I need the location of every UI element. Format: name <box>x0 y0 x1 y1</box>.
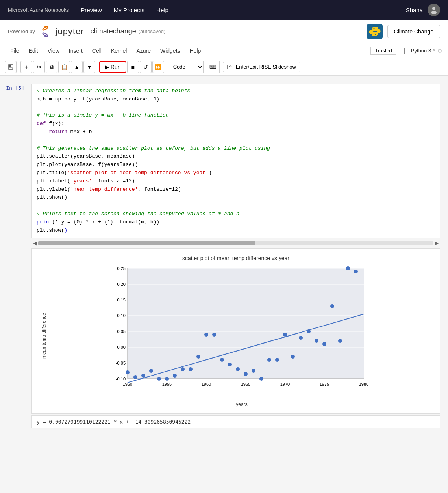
code-show2: plt.show( <box>37 227 64 233</box>
code-show1: plt.show() <box>37 194 67 200</box>
menu-kernel[interactable]: Kernel <box>107 46 131 56</box>
scroll-track[interactable] <box>38 241 433 245</box>
comment-4: # Prints text to the screen showing the … <box>37 211 239 217</box>
code-scatter: plt.scatter(yearsBase, meanBase) <box>37 153 135 159</box>
cut-button[interactable]: ✂ <box>33 61 45 73</box>
ytick-0-10: 0.10 <box>117 313 126 318</box>
datapoint-1959 <box>196 355 200 359</box>
xtick-1970: 1970 <box>280 382 290 387</box>
datapoint-1967 <box>259 377 263 381</box>
preview-link[interactable]: Preview <box>81 7 102 13</box>
ytick-m0-10: -0.10 <box>116 376 126 381</box>
svg-point-1 <box>431 11 437 14</box>
datapoint-1979 <box>354 270 358 273</box>
scroll-left-arrow[interactable]: ◀ <box>31 240 38 247</box>
code-cell: In [5]: # Creates a linear regression fr… <box>0 82 448 240</box>
toolbar: + ✂ ⧉ 📋 ▲ ▼ ▶ Run ■ ↺ ⏩ Code ⌨ Enter/Exi… <box>0 58 448 76</box>
ytick-0-15: 0.15 <box>117 298 126 302</box>
code-ylabel-str: 'mean temp difference' <box>70 186 138 192</box>
rise-icon <box>227 64 233 70</box>
comment-3: # This generates the same scatter plot a… <box>37 145 270 151</box>
xtick-1975: 1975 <box>320 382 329 387</box>
svg-point-4 <box>44 26 46 28</box>
menu-azure[interactable]: Azure <box>132 46 155 56</box>
autosaved-label: (autosaved) <box>139 28 166 34</box>
move-up-button[interactable]: ▲ <box>71 61 83 73</box>
plot-output: scatter plot of mean temp difference vs … <box>31 248 440 414</box>
ytick-0-00: 0.00 <box>117 345 126 350</box>
datapoint-1958 <box>189 367 193 371</box>
cell-label: In [5]: <box>0 84 31 238</box>
notebook-name: climatechange <box>91 27 136 35</box>
run-icon: ▶ <box>105 64 109 70</box>
menu-widgets[interactable]: Widgets <box>156 46 184 56</box>
horizontal-scrollbar[interactable]: ◀ ▶ <box>31 240 440 247</box>
chart-svg: 0.25 0.20 0.15 0.10 0.05 0.00 -0.05 -0.1… <box>50 264 433 398</box>
menu-help[interactable]: Help <box>186 46 205 56</box>
datapoint-1972 <box>299 336 303 340</box>
paste-button[interactable]: 📋 <box>58 61 70 73</box>
svg-rect-9 <box>9 67 12 69</box>
menu-file[interactable]: File <box>6 46 23 56</box>
move-down-button[interactable]: ▼ <box>83 61 95 73</box>
svg-point-0 <box>432 7 435 10</box>
xtick-1960: 1960 <box>202 382 211 387</box>
code-title-str: 'scatter plot of mean temp difference vs… <box>67 170 209 176</box>
menu-insert[interactable]: Insert <box>65 46 87 56</box>
rise-slideshow-button[interactable]: Enter/Exit RISE Slideshow <box>223 62 300 72</box>
datapoint-1975 <box>322 342 326 346</box>
kernel-status-circle <box>438 49 442 53</box>
menu-divider: | <box>404 47 404 55</box>
scroll-right-arrow[interactable]: ▶ <box>433 240 440 247</box>
datapoint-1956 <box>173 374 177 378</box>
brand-label: Microsoft Azure Notebooks <box>8 7 69 13</box>
save-button[interactable] <box>5 61 17 73</box>
username-label: Shana <box>406 7 423 13</box>
python-info: Python 3.6 <box>411 48 442 54</box>
copy-button[interactable]: ⧉ <box>46 61 57 73</box>
output-equation: y = 0.007279199110122221 * x + -14.30926… <box>37 419 191 425</box>
datapoint-1965 <box>244 372 248 376</box>
datapoint-1976 <box>330 304 334 308</box>
datapoint-1952 <box>141 374 145 378</box>
xtick-1955: 1955 <box>162 382 172 387</box>
menu-cell[interactable]: Cell <box>88 46 106 56</box>
svg-rect-8 <box>9 65 11 67</box>
scroll-thumb[interactable] <box>38 241 255 245</box>
xtick-1980: 1980 <box>359 382 368 387</box>
output-text: y = 0.007279199110122221 * x + -14.30926… <box>31 415 440 428</box>
menu-view[interactable]: View <box>44 46 63 56</box>
content-area: In [5]: # Creates a linear regression fr… <box>0 76 448 435</box>
trusted-button[interactable]: Trusted <box>370 47 396 55</box>
datapoint-1954 <box>157 377 161 381</box>
datapoint-1961 <box>212 333 216 337</box>
menu-bar: File Edit View Insert Cell Kernel Azure … <box>0 43 448 58</box>
datapoint-1966 <box>252 369 255 373</box>
stop-button[interactable]: ■ <box>127 61 139 73</box>
datapoint-1974 <box>315 339 318 343</box>
cell-code-content[interactable]: # Creates a linear regression from the d… <box>31 84 440 238</box>
climate-change-button[interactable]: Climate Change <box>387 25 440 38</box>
x-axis-label: years <box>50 402 433 407</box>
code-return: return <box>49 129 67 135</box>
datapoint-1950 <box>126 370 130 374</box>
add-cell-button[interactable]: + <box>20 61 32 73</box>
menu-edit[interactable]: Edit <box>25 46 42 56</box>
datapoint-1978 <box>346 266 350 270</box>
help-top-link[interactable]: Help <box>156 7 168 13</box>
python-logo-icon <box>367 24 383 39</box>
keyboard-button[interactable]: ⌨ <box>206 61 220 73</box>
datapoint-1957 <box>181 367 185 371</box>
code-xlabel: plt.xlabel( <box>37 178 70 184</box>
top-nav: Microsoft Azure Notebooks Preview My Pro… <box>0 0 448 20</box>
myprojects-link[interactable]: My Projects <box>114 7 144 13</box>
plot-title: scatter plot of mean temp difference vs … <box>38 255 433 261</box>
cell-type-select[interactable]: Code <box>168 61 204 73</box>
run-button[interactable]: ▶ Run <box>99 61 126 73</box>
restart-button[interactable]: ↺ <box>140 61 152 73</box>
code-return-val: m*x + b <box>67 129 92 135</box>
datapoint-1951 <box>133 375 137 379</box>
comment-1: # Creates a linear regression from the d… <box>37 88 190 94</box>
header-bar: Powered by jupyter climatechange (autosa… <box>0 20 448 43</box>
fast-forward-button[interactable]: ⏩ <box>152 61 164 73</box>
